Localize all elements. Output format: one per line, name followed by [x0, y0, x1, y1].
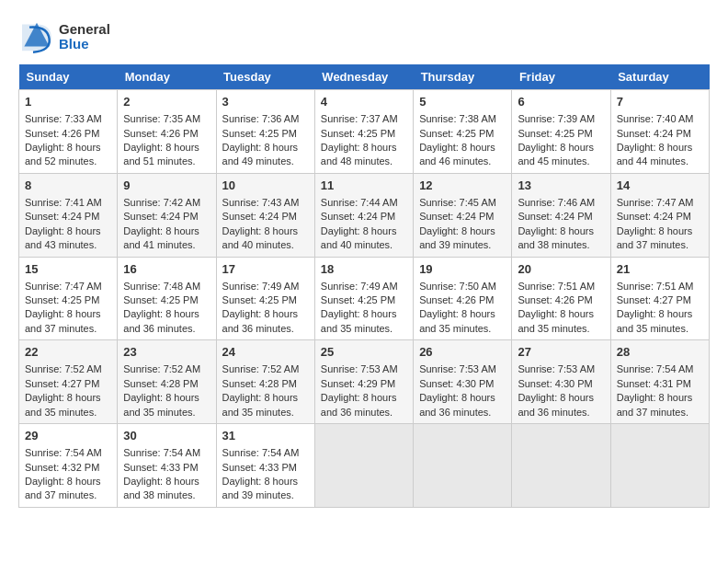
- calendar-day-cell: 6 Sunrise: 7:39 AM Sunset: 4:25 PM Dayli…: [512, 90, 610, 174]
- sunrise-label: Sunrise: 7:54 AM: [222, 447, 300, 458]
- sunrise-label: Sunrise: 7:33 AM: [25, 113, 102, 124]
- weekday-header: Monday: [118, 64, 216, 90]
- sunset-label: Sunset: 4:30 PM: [419, 378, 494, 389]
- calendar-day-cell: 8 Sunrise: 7:41 AM Sunset: 4:24 PM Dayli…: [19, 173, 118, 257]
- sunset-label: Sunset: 4:26 PM: [419, 294, 494, 305]
- day-number: 16: [123, 261, 210, 278]
- sunrise-label: Sunrise: 7:52 AM: [25, 363, 102, 374]
- sunrise-label: Sunrise: 7:48 AM: [123, 281, 200, 292]
- daylight-label: Daylight: 8 hours and 37 minutes.: [617, 392, 693, 417]
- daylight-label: Daylight: 8 hours and 36 minutes.: [222, 308, 299, 333]
- day-number: 2: [123, 94, 210, 110]
- day-number: 15: [25, 261, 111, 278]
- day-number: 5: [419, 94, 506, 110]
- sunrise-label: Sunrise: 7:52 AM: [123, 363, 200, 374]
- calendar-day-cell: 29 Sunrise: 7:54 AM Sunset: 4:32 PM Dayl…: [19, 424, 118, 508]
- sunset-label: Sunset: 4:26 PM: [25, 128, 99, 139]
- sunset-label: Sunset: 4:28 PM: [222, 378, 297, 389]
- daylight-label: Daylight: 8 hours and 35 minutes.: [518, 308, 594, 333]
- daylight-label: Daylight: 8 hours and 44 minutes.: [617, 142, 693, 167]
- calendar-day-cell: 9 Sunrise: 7:42 AM Sunset: 4:24 PM Dayli…: [118, 173, 216, 257]
- sunrise-label: Sunrise: 7:45 AM: [419, 197, 496, 208]
- day-number: 12: [419, 178, 506, 194]
- daylight-label: Daylight: 8 hours and 41 minutes.: [123, 225, 199, 250]
- daylight-label: Daylight: 8 hours and 48 minutes.: [321, 142, 397, 167]
- calendar-day-cell: [314, 424, 413, 508]
- sunrise-label: Sunrise: 7:49 AM: [222, 281, 300, 292]
- day-number: 7: [617, 94, 703, 110]
- sunset-label: Sunset: 4:25 PM: [321, 294, 395, 305]
- day-number: 3: [222, 94, 309, 110]
- day-number: 20: [518, 261, 604, 278]
- sunset-label: Sunset: 4:26 PM: [518, 294, 592, 305]
- sunset-label: Sunset: 4:24 PM: [518, 211, 592, 222]
- daylight-label: Daylight: 8 hours and 39 minutes.: [222, 476, 299, 500]
- calendar-day-cell: 15 Sunrise: 7:47 AM Sunset: 4:25 PM Dayl…: [19, 257, 118, 340]
- page-header: General Blue: [18, 18, 710, 55]
- sunrise-label: Sunrise: 7:39 AM: [518, 113, 595, 124]
- calendar-day-cell: 22 Sunrise: 7:52 AM Sunset: 4:27 PM Dayl…: [19, 340, 118, 424]
- daylight-label: Daylight: 8 hours and 35 minutes.: [222, 392, 299, 417]
- sunrise-label: Sunrise: 7:44 AM: [321, 197, 398, 208]
- calendar-day-cell: 30 Sunrise: 7:54 AM Sunset: 4:33 PM Dayl…: [118, 424, 216, 508]
- weekday-header: Saturday: [610, 64, 709, 90]
- logo: General Blue: [18, 18, 110, 55]
- calendar-day-cell: 16 Sunrise: 7:48 AM Sunset: 4:25 PM Dayl…: [118, 257, 216, 340]
- sunrise-label: Sunrise: 7:47 AM: [25, 281, 102, 292]
- daylight-label: Daylight: 8 hours and 35 minutes.: [321, 308, 397, 333]
- sunrise-label: Sunrise: 7:36 AM: [222, 113, 300, 124]
- daylight-label: Daylight: 8 hours and 38 minutes.: [123, 476, 199, 500]
- sunset-label: Sunset: 4:25 PM: [518, 128, 592, 139]
- sunrise-label: Sunrise: 7:47 AM: [617, 197, 694, 208]
- daylight-label: Daylight: 8 hours and 36 minutes.: [123, 308, 199, 333]
- sunrise-label: Sunrise: 7:52 AM: [222, 363, 300, 374]
- calendar-day-cell: 4 Sunrise: 7:37 AM Sunset: 4:25 PM Dayli…: [314, 90, 413, 174]
- day-number: 28: [617, 344, 703, 361]
- calendar-day-cell: 19 Sunrise: 7:50 AM Sunset: 4:26 PM Dayl…: [414, 257, 512, 340]
- daylight-label: Daylight: 8 hours and 35 minutes.: [25, 392, 101, 417]
- weekday-header: Friday: [512, 64, 610, 90]
- weekday-header: Thursday: [414, 64, 512, 90]
- calendar-day-cell: 28 Sunrise: 7:54 AM Sunset: 4:31 PM Dayl…: [610, 340, 709, 424]
- sunset-label: Sunset: 4:24 PM: [222, 211, 297, 222]
- day-number: 14: [617, 178, 703, 194]
- sunset-label: Sunset: 4:25 PM: [123, 294, 198, 305]
- sunset-label: Sunset: 4:27 PM: [25, 378, 99, 389]
- daylight-label: Daylight: 8 hours and 52 minutes.: [25, 142, 101, 167]
- sunrise-label: Sunrise: 7:54 AM: [25, 447, 102, 458]
- calendar-day-cell: 25 Sunrise: 7:53 AM Sunset: 4:29 PM Dayl…: [314, 340, 413, 424]
- daylight-label: Daylight: 8 hours and 43 minutes.: [25, 225, 101, 250]
- daylight-label: Daylight: 8 hours and 37 minutes.: [25, 308, 101, 333]
- weekday-header: Wednesday: [314, 64, 413, 90]
- calendar-week-row: 29 Sunrise: 7:54 AM Sunset: 4:32 PM Dayl…: [19, 424, 710, 508]
- calendar-day-cell: 18 Sunrise: 7:49 AM Sunset: 4:25 PM Dayl…: [314, 257, 413, 340]
- day-number: 6: [518, 94, 604, 110]
- calendar-day-cell: 26 Sunrise: 7:53 AM Sunset: 4:30 PM Dayl…: [414, 340, 512, 424]
- daylight-label: Daylight: 8 hours and 40 minutes.: [222, 225, 299, 250]
- day-number: 19: [419, 261, 506, 278]
- sunrise-label: Sunrise: 7:54 AM: [617, 363, 694, 374]
- day-number: 23: [123, 344, 210, 361]
- daylight-label: Daylight: 8 hours and 37 minutes.: [617, 225, 693, 250]
- daylight-label: Daylight: 8 hours and 36 minutes.: [419, 392, 495, 417]
- sunrise-label: Sunrise: 7:50 AM: [419, 281, 496, 292]
- day-number: 27: [518, 344, 604, 361]
- sunrise-label: Sunrise: 7:53 AM: [321, 363, 398, 374]
- day-number: 26: [419, 344, 506, 361]
- day-number: 17: [222, 261, 309, 278]
- calendar-day-cell: 3 Sunrise: 7:36 AM Sunset: 4:25 PM Dayli…: [216, 90, 314, 174]
- sunrise-label: Sunrise: 7:40 AM: [617, 113, 694, 124]
- day-number: 25: [321, 344, 407, 361]
- sunset-label: Sunset: 4:24 PM: [321, 211, 395, 222]
- calendar-day-cell: 31 Sunrise: 7:54 AM Sunset: 4:33 PM Dayl…: [216, 424, 314, 508]
- sunrise-label: Sunrise: 7:41 AM: [25, 197, 102, 208]
- sunrise-label: Sunrise: 7:42 AM: [123, 197, 200, 208]
- calendar-day-cell: [414, 424, 512, 508]
- daylight-label: Daylight: 8 hours and 38 minutes.: [518, 225, 594, 250]
- calendar-week-row: 22 Sunrise: 7:52 AM Sunset: 4:27 PM Dayl…: [19, 340, 710, 424]
- calendar-day-cell: 13 Sunrise: 7:46 AM Sunset: 4:24 PM Dayl…: [512, 173, 610, 257]
- daylight-label: Daylight: 8 hours and 37 minutes.: [25, 476, 101, 500]
- daylight-label: Daylight: 8 hours and 49 minutes.: [222, 142, 299, 167]
- daylight-label: Daylight: 8 hours and 51 minutes.: [123, 142, 199, 167]
- sunset-label: Sunset: 4:29 PM: [321, 378, 395, 389]
